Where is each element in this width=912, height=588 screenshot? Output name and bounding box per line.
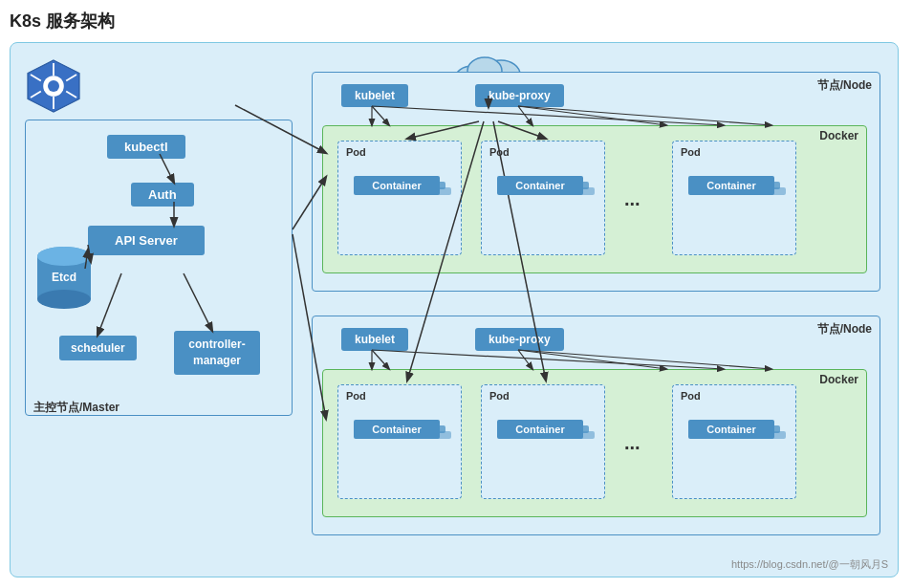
node1-pod3: Pod Container bbox=[672, 141, 796, 255]
page-title: K8s 服务架构 bbox=[10, 10, 902, 33]
k8s-logo bbox=[25, 57, 82, 115]
node2-pod2: Pod Container bbox=[481, 384, 605, 499]
node2-pod1-label: Pod bbox=[346, 390, 366, 402]
node2-pod2-container1: Container bbox=[497, 420, 583, 439]
svg-point-11 bbox=[37, 290, 91, 309]
node1-pod2-container1: Container bbox=[497, 176, 583, 195]
kubectl-box: kubectl bbox=[107, 135, 185, 159]
svg-line-19 bbox=[184, 273, 212, 331]
node2-pod3-container1: Container bbox=[688, 420, 774, 439]
etcd-container: Etcd bbox=[35, 245, 93, 312]
node1-pod2: Pod Container bbox=[481, 141, 605, 255]
node2-pod1-container1: Container bbox=[354, 420, 440, 439]
node1-dots: ··· bbox=[624, 193, 641, 215]
node1-docker: Docker Pod Container Pod Container bbox=[322, 125, 867, 273]
node2-kubelet: kubelet bbox=[341, 328, 408, 351]
svg-line-27 bbox=[372, 106, 724, 125]
node1-docker-label: Docker bbox=[819, 129, 858, 142]
node2-pod3-label: Pod bbox=[681, 390, 701, 402]
node1-label: 节点/Node bbox=[817, 77, 872, 94]
svg-line-18 bbox=[98, 273, 121, 336]
node2-label: 节点/Node bbox=[817, 321, 872, 338]
node2-pod1: Pod Container bbox=[337, 384, 462, 499]
node2-dots: ··· bbox=[624, 437, 641, 459]
node2-docker-label: Docker bbox=[819, 373, 858, 386]
watermark: https://blog.csdn.net/@一朝风月S bbox=[731, 557, 888, 572]
node1-pod2-label: Pod bbox=[489, 146, 510, 158]
svg-line-33 bbox=[372, 350, 724, 369]
svg-text:Etcd: Etcd bbox=[52, 271, 76, 284]
svg-point-2 bbox=[48, 80, 59, 92]
node1-pod1: Pod Container bbox=[337, 141, 462, 255]
svg-line-29 bbox=[518, 106, 666, 125]
scheduler-box: scheduler bbox=[59, 336, 137, 360]
controller-box: controller-manager bbox=[174, 331, 260, 375]
svg-line-36 bbox=[518, 350, 771, 369]
main-diagram: 主控节点/Master kubectl Auth API Server Etcd… bbox=[10, 42, 899, 577]
node1-kubelet: kubelet bbox=[341, 84, 408, 107]
svg-line-35 bbox=[518, 350, 666, 369]
svg-line-26 bbox=[372, 106, 389, 125]
node2-box: 节点/Node kubelet kube-proxy Docker Pod Co… bbox=[312, 316, 880, 535]
apiserver-box: API Server bbox=[88, 226, 205, 255]
master-box: 主控节点/Master kubectl Auth API Server Etcd… bbox=[25, 120, 293, 416]
node1-pod1-container1: Container bbox=[354, 176, 440, 195]
svg-line-32 bbox=[372, 350, 389, 369]
master-label: 主控节点/Master bbox=[33, 400, 119, 416]
node2-docker: Docker Pod Container Pod Container bbox=[322, 369, 867, 517]
node1-pod1-label: Pod bbox=[346, 146, 366, 158]
svg-line-28 bbox=[518, 106, 532, 125]
node2-pod3: Pod Container bbox=[672, 384, 796, 499]
node1-pod3-label: Pod bbox=[681, 146, 701, 158]
node1-box: 节点/Node kubelet kube-proxy Docker Pod Co… bbox=[312, 72, 880, 292]
auth-box: Auth bbox=[131, 183, 194, 207]
node1-pod3-container1: Container bbox=[688, 176, 774, 195]
svg-point-12 bbox=[37, 247, 91, 266]
svg-line-30 bbox=[518, 106, 771, 125]
node1-kube-proxy: kube-proxy bbox=[475, 84, 564, 107]
node2-pod2-label: Pod bbox=[489, 390, 510, 402]
svg-line-34 bbox=[518, 350, 532, 369]
node2-kube-proxy: kube-proxy bbox=[475, 328, 564, 351]
